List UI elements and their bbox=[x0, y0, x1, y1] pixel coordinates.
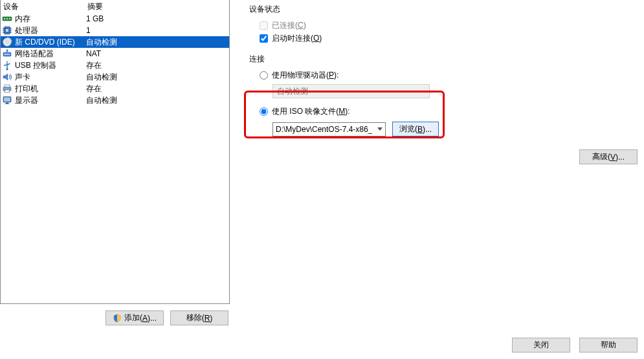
connected-checkbox[interactable]: 已连接(C) bbox=[260, 19, 638, 32]
device-summary: NAT bbox=[85, 49, 229, 58]
close-button[interactable]: 关闭 bbox=[512, 338, 570, 353]
table-row[interactable]: 网络适配器NAT bbox=[1, 48, 229, 60]
device-summary: 自动检测 bbox=[85, 37, 229, 48]
table-row[interactable]: 显示器自动检测 bbox=[1, 94, 229, 106]
table-row[interactable]: 打印机存在 bbox=[1, 83, 229, 94]
device-name: 打印机 bbox=[15, 83, 38, 94]
svg-rect-2 bbox=[6, 18, 8, 19]
memory-icon bbox=[2, 14, 12, 24]
add-button[interactable]: 添加(A)... bbox=[105, 310, 164, 325]
device-table: 设备 摘要 内存1 GB处理器1新 CD/DVD (IDE)自动检测网络适配器N… bbox=[0, 0, 230, 304]
svg-rect-5 bbox=[6, 29, 8, 32]
physical-drive-dropdown: 自动检测 bbox=[272, 84, 430, 98]
col-device-header: 设备 bbox=[1, 0, 85, 14]
svg-point-19 bbox=[6, 41, 8, 43]
svg-rect-27 bbox=[4, 65, 5, 66]
device-name: 网络适配器 bbox=[15, 49, 54, 60]
use-physical-radio[interactable]: 使用物理驱动器(P): bbox=[260, 69, 638, 82]
svg-point-28 bbox=[8, 63, 10, 64]
shield-icon bbox=[113, 314, 122, 323]
svg-rect-3 bbox=[9, 18, 10, 19]
device-summary: 存在 bbox=[85, 60, 229, 71]
use-physical-radio-input[interactable] bbox=[260, 71, 268, 80]
device-summary: 自动检测 bbox=[85, 72, 229, 83]
advanced-button[interactable]: 高级(V)... bbox=[579, 149, 638, 164]
svg-rect-31 bbox=[5, 90, 10, 92]
table-row[interactable]: 新 CD/DVD (IDE)自动检测 bbox=[1, 36, 229, 48]
svg-rect-35 bbox=[6, 103, 8, 104]
device-name: 处理器 bbox=[15, 25, 38, 36]
col-summary-header: 摘要 bbox=[85, 0, 229, 14]
table-row[interactable]: USB 控制器存在 bbox=[1, 60, 229, 71]
display-icon bbox=[2, 95, 12, 105]
network-icon bbox=[2, 49, 12, 59]
remove-button[interactable]: 移除(R) bbox=[170, 310, 228, 325]
svg-rect-22 bbox=[6, 54, 8, 55]
device-summary: 1 bbox=[85, 26, 229, 35]
chevron-down-icon bbox=[377, 127, 383, 131]
device-name: USB 控制器 bbox=[15, 60, 56, 71]
iso-path-combo[interactable]: D:\MyDev\CentOS-7.4-x86_ bbox=[272, 122, 386, 136]
use-iso-radio-input[interactable] bbox=[260, 107, 268, 116]
connect-on-start-checkbox[interactable]: 启动时连接(O) bbox=[260, 32, 638, 45]
svg-rect-21 bbox=[5, 54, 6, 55]
table-row[interactable]: 声卡自动检测 bbox=[1, 71, 229, 83]
disc-icon bbox=[2, 37, 12, 47]
printer-icon bbox=[2, 83, 12, 94]
cpu-icon bbox=[2, 25, 12, 36]
usb-icon bbox=[2, 60, 12, 71]
device-name: 新 CD/DVD (IDE) bbox=[15, 37, 75, 48]
connected-checkbox-input bbox=[260, 21, 268, 30]
browse-button[interactable]: 浏览(B)... bbox=[392, 122, 439, 136]
status-group-title: 设备状态 bbox=[249, 4, 638, 15]
device-summary: 1 GB bbox=[85, 14, 229, 23]
device-summary: 自动检测 bbox=[85, 95, 229, 106]
svg-point-32 bbox=[9, 88, 10, 89]
device-name: 声卡 bbox=[15, 72, 30, 83]
svg-rect-36 bbox=[5, 103, 10, 104]
sound-icon bbox=[2, 72, 12, 82]
device-name: 内存 bbox=[15, 14, 30, 25]
svg-rect-23 bbox=[8, 54, 10, 55]
svg-rect-1 bbox=[4, 18, 5, 19]
table-row[interactable]: 处理器1 bbox=[1, 25, 229, 36]
table-row[interactable]: 内存1 GB bbox=[1, 13, 229, 25]
help-button[interactable]: 帮助 bbox=[579, 338, 638, 353]
svg-rect-34 bbox=[4, 98, 10, 102]
device-summary: 存在 bbox=[85, 83, 229, 94]
table-header: 设备 摘要 bbox=[1, 0, 229, 13]
connect-group-title: 连接 bbox=[249, 54, 638, 65]
use-iso-radio[interactable]: 使用 ISO 映像文件(M): bbox=[260, 105, 638, 118]
svg-point-26 bbox=[6, 68, 8, 70]
connect-on-start-checkbox-input[interactable] bbox=[260, 34, 268, 43]
svg-point-25 bbox=[6, 50, 8, 51]
device-name: 显示器 bbox=[15, 95, 38, 106]
